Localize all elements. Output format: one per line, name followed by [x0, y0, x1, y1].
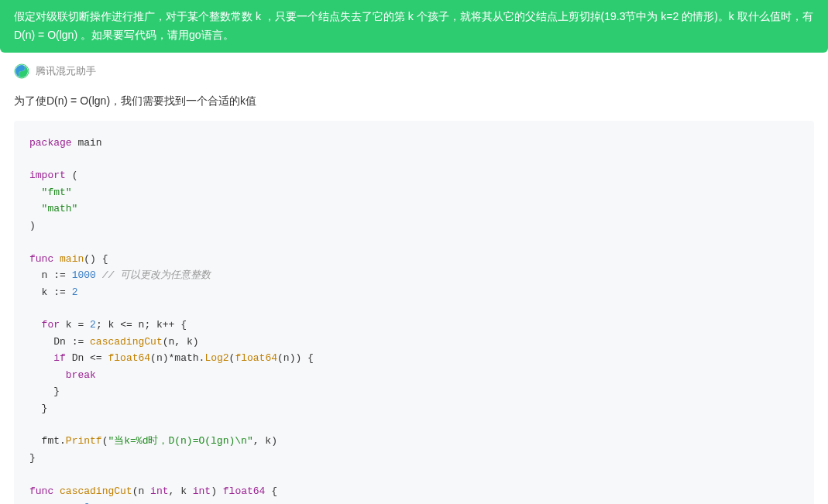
code-brace: { — [102, 253, 108, 265]
code-keyword: break — [66, 369, 96, 381]
code-punct: . — [60, 435, 66, 447]
code-paren: () — [84, 253, 96, 265]
code-identifier: n — [138, 485, 144, 497]
code-number: 2 — [72, 286, 78, 298]
code-block[interactable]: package main import ( "fmt" "math" ) fun… — [14, 121, 814, 504]
code-identifier: k — [108, 319, 115, 331]
code-keyword: for — [42, 319, 60, 331]
code-brace: { — [307, 352, 314, 364]
code-function: float64 — [235, 352, 277, 364]
code-identifier: n — [283, 352, 290, 364]
code-paren: ) — [29, 220, 36, 231]
code-function: Printf — [66, 435, 102, 447]
code-operator: := — [72, 336, 84, 348]
answer-intro: 为了使D(n) = O(lgn)，我们需要找到一个合适的k值 — [0, 85, 828, 121]
code-string: "math" — [42, 203, 78, 214]
code-keyword: func — [29, 253, 53, 265]
code-identifier: Dn — [53, 336, 66, 348]
code-keyword: func — [29, 485, 53, 497]
code-paren: ) — [271, 435, 277, 447]
code-type: int — [193, 485, 211, 497]
code-punct: , — [174, 336, 180, 348]
assistant-header: 腾讯混元助手 — [0, 53, 828, 85]
code-punct: , — [253, 435, 259, 447]
code-comment: // 可以更改为任意整数 — [102, 269, 211, 281]
code-paren: ( — [163, 336, 169, 348]
code-paren: ) — [211, 485, 217, 497]
code-brace: } — [29, 452, 36, 464]
code-identifier: main — [77, 137, 101, 149]
code-brace: } — [53, 386, 60, 397]
code-type: int — [150, 485, 168, 497]
code-paren: ( — [150, 352, 156, 364]
assistant-name: 腾讯混元助手 — [36, 64, 96, 78]
code-brace: { — [271, 485, 277, 497]
code-keyword: import — [29, 170, 66, 181]
code-operator: = — [77, 319, 84, 331]
code-paren: ( — [72, 170, 78, 181]
code-identifier: k — [180, 485, 187, 497]
code-function: main — [60, 253, 84, 265]
code-identifier: fmt — [42, 435, 60, 447]
code-punct: , — [169, 485, 175, 497]
code-function: float64 — [108, 352, 150, 364]
code-brace: } — [42, 403, 48, 414]
code-operator: ++ — [163, 319, 175, 331]
code-string: "fmt" — [42, 187, 72, 198]
code-function: cascadingCut — [60, 485, 132, 497]
code-keyword: package — [29, 137, 72, 149]
code-number: 2 — [90, 319, 96, 331]
code-paren: )) — [290, 352, 302, 364]
code-brace: { — [180, 319, 187, 331]
prompt-banner: 假定对级联切断操作进行推广，对于某个整数常数 k ，只要一个结点失去了它的第 k… — [0, 0, 828, 53]
assistant-logo-icon — [14, 63, 29, 79]
code-identifier: math — [174, 352, 198, 364]
code-identifier: n — [156, 352, 163, 364]
code-punct: ; — [144, 319, 150, 331]
code-function: cascadingCut — [90, 336, 163, 348]
code-paren: ( — [277, 352, 283, 364]
prompt-text: 假定对级联切断操作进行推广，对于某个整数常数 k ，只要一个结点失去了它的第 k… — [14, 10, 813, 41]
code-paren: ) — [163, 352, 169, 364]
code-keyword: if — [53, 352, 66, 364]
code-string: "当k=%d时，D(n)=O(lgn)\n" — [108, 435, 253, 447]
code-identifier: n — [42, 269, 48, 281]
code-identifier: k — [265, 435, 271, 447]
code-operator: <= — [120, 319, 132, 331]
code-number: 1000 — [72, 269, 96, 281]
code-identifier: k — [42, 286, 48, 298]
code-type: float64 — [223, 485, 266, 497]
code-paren: ) — [193, 336, 199, 348]
answer-intro-text: 为了使D(n) = O(lgn)，我们需要找到一个合适的k值 — [14, 94, 256, 107]
code-identifier: k — [66, 319, 72, 331]
code-identifier: k — [156, 319, 163, 331]
code-operator: := — [53, 269, 66, 281]
code-function: Log2 — [204, 352, 228, 364]
code-identifier: k — [187, 336, 193, 348]
code-operator: <= — [90, 352, 102, 364]
code-punct: ; — [96, 319, 102, 331]
code-identifier: Dn — [72, 352, 84, 364]
code-operator: := — [53, 286, 66, 298]
